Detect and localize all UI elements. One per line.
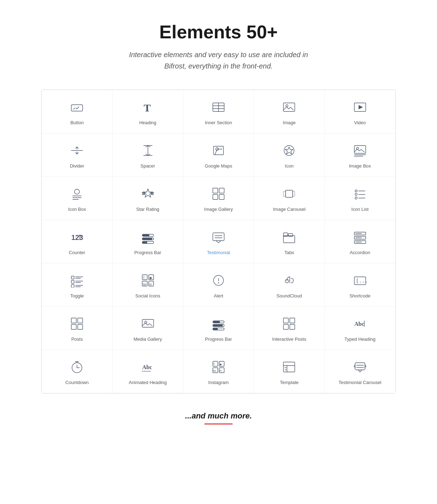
grid-item-spacer[interactable]: Spacer — [112, 133, 183, 176]
toggle-label: Toggle — [70, 293, 84, 298]
grid-item-countdown[interactable]: Countdown — [42, 350, 112, 393]
svg-marker-10 — [359, 105, 363, 109]
svg-rect-132 — [283, 362, 295, 372]
svg-rect-45 — [283, 191, 286, 196]
image-label: Image — [283, 120, 295, 125]
progress-bar-label: Progress Bar — [134, 250, 161, 255]
grid-item-google-maps[interactable]: Google Maps — [183, 133, 254, 176]
video-icon — [353, 100, 367, 120]
grid-item-icon-list[interactable]: Icon List — [325, 177, 395, 220]
grid-item-star-rating[interactable]: Star Rating — [112, 177, 183, 220]
svg-text:f: f — [214, 362, 215, 366]
template-icon — [282, 360, 296, 380]
google-maps-icon — [211, 143, 226, 163]
svg-rect-112 — [290, 318, 295, 323]
svg-rect-103 — [142, 319, 154, 327]
soundcloud-label: SoundCloud — [277, 293, 302, 298]
grid-item-tabs[interactable]: Tabs — [254, 220, 324, 263]
grid-item-icon-box[interactable]: Icon Box — [42, 177, 112, 220]
image-carousel-label: Image Carousel — [273, 207, 306, 212]
video-label: Video — [354, 120, 366, 125]
spacer-label: Spacer — [140, 163, 155, 169]
button-icon — [70, 100, 84, 120]
grid-item-image-box[interactable]: Image Box — [325, 133, 395, 176]
svg-rect-108 — [213, 324, 223, 327]
icon-list-icon — [353, 187, 367, 207]
divider-label: Divider — [70, 163, 84, 169]
grid-item-template[interactable]: Template — [254, 350, 324, 393]
grid-item-button[interactable]: Button — [42, 90, 112, 133]
shortcode-label: Shortcode — [349, 293, 370, 298]
svg-text:Abc: Abc — [354, 321, 364, 327]
grid-item-accordion[interactable]: Accordion — [325, 220, 395, 263]
grid-item-image-carousel[interactable]: Image Carousel — [254, 177, 324, 220]
grid-item-counter[interactable]: 123 Counter — [42, 220, 112, 263]
svg-rect-25 — [214, 146, 223, 155]
footer-text: ...and much more. — [185, 411, 252, 424]
svg-rect-44 — [286, 190, 293, 197]
instagram-icon: f▶twin — [211, 360, 226, 380]
grid-item-interactive-posts[interactable]: Interactive Posts — [254, 307, 324, 350]
grid-item-divider[interactable]: Divider — [42, 133, 112, 176]
svg-point-33 — [74, 189, 79, 194]
image-box-icon — [353, 143, 367, 163]
svg-text:tw: tw — [213, 369, 216, 372]
alert-label: Alert — [214, 293, 223, 298]
interactive-posts-label: Interactive Posts — [272, 336, 306, 342]
star-rating-label: Star Rating — [136, 207, 159, 212]
grid-item-typed-heading[interactable]: Abc Typed Heading — [325, 307, 395, 350]
inner-section-icon — [211, 100, 226, 120]
svg-text:Abc: Abc — [142, 364, 152, 370]
grid-item-social-icons[interactable]: f▶twin Social Icons — [112, 263, 183, 306]
grid-item-shortcode[interactable]: [...] Shortcode — [325, 263, 395, 306]
template-label: Template — [280, 380, 299, 385]
grid-item-image-gallery[interactable]: Image Gallery — [183, 177, 254, 220]
testimonial-carousel-icon — [353, 360, 367, 380]
google-maps-label: Google Maps — [205, 163, 232, 169]
posts-label: Posts — [71, 336, 83, 342]
grid-item-inner-section[interactable]: Inner Section — [183, 90, 254, 133]
grid-item-instagram[interactable]: f▶twin Instagram — [183, 350, 254, 393]
svg-rect-63 — [213, 233, 224, 241]
grid-item-heading[interactable]: T Heading — [112, 90, 183, 133]
svg-line-1 — [73, 108, 75, 109]
icon-label: Icon — [285, 163, 294, 169]
media-gallery-label: Media Gallery — [133, 336, 162, 342]
grid-item-progress-bar-2[interactable]: Progress Bar — [183, 307, 254, 350]
testimonial-icon — [211, 230, 226, 250]
page-header: Elements 50+ Interactive elements and ve… — [119, 21, 318, 72]
page-subtitle: Interactive elements and very easy to us… — [119, 49, 318, 72]
image-icon — [282, 100, 296, 120]
footer-underline — [204, 423, 233, 424]
grid-item-alert[interactable]: Alert — [183, 263, 254, 306]
svg-rect-68 — [288, 234, 293, 236]
grid-item-testimonial[interactable]: Testimonial — [183, 220, 254, 263]
grid-item-progress-bar[interactable]: Progress Bar — [112, 220, 183, 263]
icon-box-label: Icon Box — [68, 207, 86, 212]
toggle-icon — [70, 273, 84, 293]
svg-text:in: in — [149, 283, 152, 286]
grid-item-animated-heading[interactable]: Abc Animated Heading — [112, 350, 183, 393]
grid-item-posts[interactable]: Posts — [42, 307, 112, 350]
spacer-icon — [141, 143, 155, 163]
svg-rect-0 — [71, 105, 83, 111]
grid-item-soundcloud[interactable]: SoundCloud — [254, 263, 324, 306]
svg-rect-100 — [78, 318, 83, 323]
grid-item-media-gallery[interactable]: Media Gallery — [112, 307, 183, 350]
divider-icon — [70, 143, 84, 163]
grid-item-testimonial-carousel[interactable]: Testimonial Carousel — [325, 350, 395, 393]
svg-rect-75 — [71, 276, 74, 279]
svg-rect-114 — [290, 324, 295, 329]
grid-item-icon[interactable]: Icon — [254, 133, 324, 176]
social-icons-label: Social Icons — [135, 293, 160, 298]
heading-icon: T — [141, 100, 155, 120]
svg-point-48 — [355, 193, 357, 196]
icon-icon — [282, 143, 296, 163]
image-carousel-icon — [282, 187, 296, 207]
grid-item-video[interactable]: Video — [325, 90, 395, 133]
grid-item-toggle[interactable]: Toggle — [42, 263, 112, 306]
soundcloud-icon — [282, 273, 296, 293]
grid-item-image[interactable]: Image — [254, 90, 324, 133]
image-gallery-label: Image Gallery — [204, 207, 233, 212]
svg-rect-46 — [293, 191, 295, 196]
